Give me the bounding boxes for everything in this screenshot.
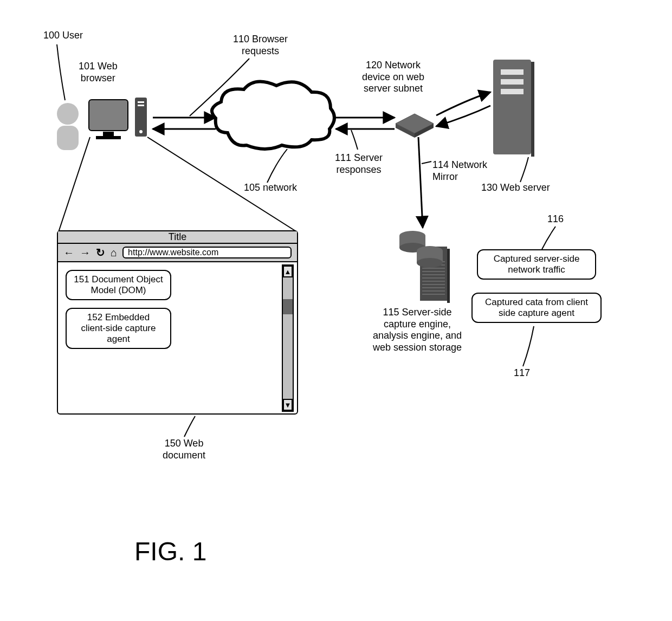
browser-title: Title [58,231,297,244]
label-web-server: 130 Web server [481,182,550,194]
label-browser-requests: 110 Browser requests [233,34,288,57]
browser-toolbar: ← → ↻ ⌂ http://www.website.com [58,244,297,262]
user-icon [57,103,79,150]
svg-rect-16 [501,79,524,85]
forward-icon[interactable]: → [80,247,91,259]
scroll-handle[interactable] [283,299,293,314]
scroll-up-icon[interactable]: ▲ [283,266,293,277]
svg-rect-9 [138,105,144,106]
reload-icon[interactable]: ↻ [96,246,105,259]
server-icon [493,60,534,157]
svg-point-36 [417,258,443,268]
scrollbar[interactable]: ▲ ▼ [282,264,294,412]
label-server-side-engine: 115 Server-side capture engine, analysis… [369,307,466,353]
box-agent: 152 Embedded client-side capture agent [66,308,171,349]
back-icon[interactable]: ← [63,247,74,259]
computer-icon [89,98,147,139]
storage-icon [399,231,450,303]
label-117: 117 [514,367,530,379]
browser-window: Title ← → ↻ ⌂ http://www.website.com 151… [57,230,298,415]
svg-rect-4 [103,132,114,136]
label-web-document: 150 Web document [163,438,205,461]
svg-rect-5 [96,136,121,139]
label-server-responses: 111 Server responses [335,152,383,176]
label-user: 100 User [43,30,83,42]
label-network-device: 120 Network device on web server subnet [362,60,424,95]
label-web-browser: 101 Web browser [79,61,118,84]
svg-rect-8 [138,101,144,103]
home-icon[interactable]: ⌂ [111,247,117,259]
figure-label: FIG. 1 [134,536,206,566]
label-network: 105 network [244,182,297,194]
svg-line-37 [59,137,90,232]
svg-rect-3 [89,100,127,130]
box-captured-traffic: Captured server-side network traffic [477,249,596,280]
svg-rect-19 [447,249,450,303]
label-116: 116 [547,214,564,225]
svg-rect-14 [531,62,534,157]
url-input[interactable]: http://www.website.com [122,247,292,258]
svg-rect-1 [57,126,79,150]
network-device-icon [396,114,434,138]
scroll-down-icon[interactable]: ▼ [283,399,293,411]
box-captured-client: Captured cata from client side capture a… [471,293,602,323]
svg-rect-15 [501,69,524,75]
svg-point-7 [139,130,143,133]
box-dom: 151 Document Object Model (DOM) [66,270,171,300]
svg-rect-17 [501,89,524,94]
cloud-icon [212,81,334,149]
label-network-mirror: 114 Network Mirror [432,159,487,183]
svg-point-0 [57,103,79,125]
